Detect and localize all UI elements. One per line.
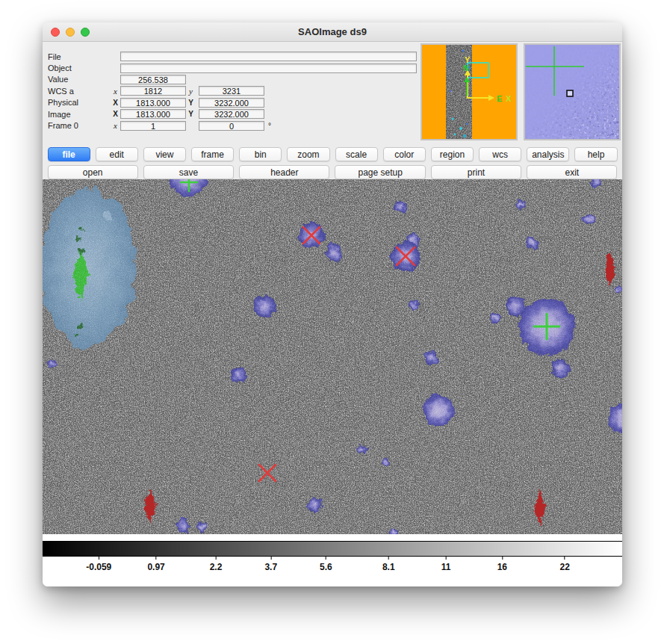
menu-scale[interactable]: scale (335, 147, 378, 161)
save-button[interactable]: save (143, 165, 234, 179)
menu-wcs[interactable]: wcs (479, 147, 521, 161)
colorbar-tick: 11 (441, 557, 451, 572)
menu-frame[interactable]: frame (191, 147, 234, 161)
info-panel: File Object Value 256.538 WCS a x 1812 y… (43, 42, 622, 143)
svg-text:N: N (463, 64, 469, 72)
colorbar-tick: 16 (497, 557, 507, 572)
wcs-label: WCS a (45, 87, 111, 96)
value-field[interactable]: 256.538 (120, 75, 186, 84)
image-label: Image (45, 110, 111, 119)
menu-edit[interactable]: edit (96, 147, 138, 161)
menu-help[interactable]: help (574, 147, 617, 161)
panner[interactable]: Y N E X (421, 43, 518, 140)
colorbar-tick: 8.1 (382, 557, 395, 572)
physical-label: Physical (45, 98, 111, 107)
header-button[interactable]: header (239, 165, 329, 179)
colorbar-tick: 0.97 (147, 557, 164, 572)
frame-zoom-field[interactable]: 1 (120, 121, 186, 131)
menu-zoom[interactable]: zoom (287, 147, 329, 161)
wcs-y-field[interactable]: 3231 (199, 86, 264, 96)
colorbar-panel: -0.059 0.97 2.2 3.7 5.6 8.1 11 16 22 (43, 534, 622, 586)
noise-overlay (43, 179, 622, 534)
image-x-field[interactable]: 1813.000 (120, 109, 186, 119)
minimize-button[interactable] (66, 28, 75, 37)
object-field[interactable] (120, 64, 417, 73)
print-button[interactable]: print (431, 165, 521, 179)
menu-file[interactable]: file (48, 147, 90, 161)
physical-x-field[interactable]: 1813.000 (120, 98, 186, 108)
open-button[interactable]: open (48, 165, 138, 179)
panner-view[interactable]: Y N E X (422, 45, 516, 139)
frame-rotate-field[interactable]: 0 (199, 121, 264, 131)
colorbar-tick: 2.2 (210, 557, 223, 572)
colorbar-tick: 3.7 (264, 557, 277, 572)
colorbar-tick: -0.059 (86, 557, 111, 572)
menu-analysis[interactable]: analysis (527, 147, 569, 161)
magnifier[interactable] (524, 43, 621, 140)
maximize-button[interactable] (81, 28, 90, 37)
main-menu-row: file edit view frame bin zoom scale colo… (45, 147, 620, 161)
close-button[interactable] (51, 28, 60, 37)
frame-label: Frame 0 (45, 121, 111, 130)
magnifier-cursor-pixel (567, 90, 573, 96)
exit-button[interactable]: exit (527, 165, 617, 179)
page-setup-button[interactable]: page setup (335, 165, 425, 179)
file-submenu-row: open save header page setup print exit (45, 165, 620, 179)
ds9-window: SAOImage ds9 File Object Value 256.538 W… (43, 22, 622, 586)
svg-text:X: X (506, 94, 512, 103)
svg-text:E: E (497, 94, 502, 103)
physical-y-field[interactable]: 3232.000 (199, 98, 264, 108)
magnifier-view[interactable] (525, 45, 619, 139)
file-field[interactable] (120, 52, 417, 61)
colorbar-gradient[interactable] (43, 541, 622, 557)
degree-symbol: ° (268, 122, 271, 130)
object-label: Object (45, 64, 111, 72)
title-bar[interactable]: SAOImage ds9 (43, 22, 622, 42)
wcs-x-field[interactable]: 1812 (120, 86, 186, 96)
value-label: Value (45, 75, 111, 84)
menu-view[interactable]: view (143, 147, 186, 161)
window-title: SAOImage ds9 (298, 26, 367, 37)
colorbar-tick: 5.6 (320, 557, 332, 572)
menu-bin[interactable]: bin (239, 147, 282, 161)
colorbar-tick: 22 (559, 557, 569, 572)
menu-region[interactable]: region (431, 147, 474, 161)
menu-bar: file edit view frame bin zoom scale colo… (43, 143, 622, 179)
file-label: File (45, 52, 111, 61)
menu-color[interactable]: color (383, 147, 426, 161)
image-canvas[interactable] (43, 179, 622, 534)
image-y-field[interactable]: 3232.000 (199, 109, 264, 119)
